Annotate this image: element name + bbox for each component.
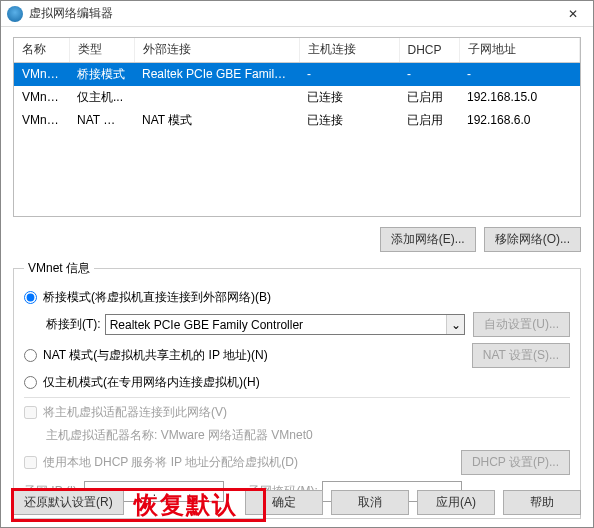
cell-dhcp: 已启用 — [399, 86, 459, 109]
remove-network-button[interactable]: 移除网络(O)... — [484, 227, 581, 252]
cell-host: 已连接 — [299, 86, 399, 109]
col-ext[interactable]: 外部连接 — [134, 38, 299, 62]
bridge-radio[interactable] — [24, 291, 37, 304]
cell-name: VMnet8 — [14, 109, 69, 132]
connect-host-checkbox — [24, 406, 37, 419]
nat-radio[interactable] — [24, 349, 37, 362]
dhcp-settings-button: DHCP 设置(P)... — [461, 450, 570, 475]
app-icon — [7, 6, 23, 22]
close-button[interactable]: ✕ — [553, 1, 593, 27]
table-header-row: 名称 类型 外部连接 主机连接 DHCP 子网地址 — [14, 38, 580, 62]
bridge-adapter-select[interactable]: Realtek PCIe GBE Family Controller ⌄ — [105, 314, 466, 335]
add-network-button[interactable]: 添加网络(E)... — [380, 227, 476, 252]
cell-subnet: 192.168.15.0 — [459, 86, 580, 109]
network-table[interactable]: 名称 类型 外部连接 主机连接 DHCP 子网地址 VMnet0桥接模式Real… — [13, 37, 581, 217]
col-host[interactable]: 主机连接 — [299, 38, 399, 62]
cell-ext — [134, 86, 299, 109]
cell-host: - — [299, 62, 399, 86]
table-row[interactable]: VMnet1仅主机...已连接已启用192.168.15.0 — [14, 86, 580, 109]
title-bar: 虚拟网络编辑器 ✕ — [1, 1, 593, 27]
vmnet-info-group: VMnet 信息 桥接模式(将虚拟机直接连接到外部网络)(B) 桥接到(T): … — [13, 260, 581, 519]
hostonly-radio[interactable] — [24, 376, 37, 389]
chevron-down-icon: ⌄ — [446, 315, 464, 334]
col-type[interactable]: 类型 — [69, 38, 134, 62]
cell-type: NAT 模式 — [69, 109, 134, 132]
ok-button[interactable]: 确定 — [245, 490, 323, 515]
nat-settings-button: NAT 设置(S)... — [472, 343, 570, 368]
cell-name: VMnet0 — [14, 62, 69, 86]
cell-dhcp: 已启用 — [399, 109, 459, 132]
restore-defaults-button[interactable]: 还原默认设置(R) — [13, 490, 124, 515]
hostonly-label: 仅主机模式(在专用网络内连接虚拟机)(H) — [43, 374, 260, 391]
connect-host-label: 将主机虚拟适配器连接到此网络(V) — [43, 404, 227, 421]
cell-dhcp: - — [399, 62, 459, 86]
dialog-footer: 还原默认设置(R) 确定 取消 应用(A) 帮助 — [13, 490, 581, 515]
auto-settings-button: 自动设置(U)... — [473, 312, 570, 337]
cell-host: 已连接 — [299, 109, 399, 132]
cell-subnet: 192.168.6.0 — [459, 109, 580, 132]
bridge-adapter-value: Realtek PCIe GBE Family Controller — [110, 318, 303, 332]
host-adapter-name: 主机虚拟适配器名称: VMware 网络适配器 VMnet0 — [46, 427, 313, 444]
cancel-button[interactable]: 取消 — [331, 490, 409, 515]
vmnet-info-legend: VMnet 信息 — [24, 260, 94, 277]
cell-subnet: - — [459, 62, 580, 86]
col-dhcp[interactable]: DHCP — [399, 38, 459, 62]
cell-ext: Realtek PCIe GBE Family Co... — [134, 62, 299, 86]
cell-type: 桥接模式 — [69, 62, 134, 86]
apply-button[interactable]: 应用(A) — [417, 490, 495, 515]
table-row[interactable]: VMnet0桥接模式Realtek PCIe GBE Family Co...-… — [14, 62, 580, 86]
help-button[interactable]: 帮助 — [503, 490, 581, 515]
bridge-label: 桥接模式(将虚拟机直接连接到外部网络)(B) — [43, 289, 271, 306]
nat-label: NAT 模式(与虚拟机共享主机的 IP 地址)(N) — [43, 347, 268, 364]
cell-type: 仅主机... — [69, 86, 134, 109]
bridge-to-label: 桥接到(T): — [46, 316, 101, 333]
table-row[interactable]: VMnet8NAT 模式NAT 模式已连接已启用192.168.6.0 — [14, 109, 580, 132]
use-dhcp-label: 使用本地 DHCP 服务将 IP 地址分配给虚拟机(D) — [43, 454, 298, 471]
col-subnet[interactable]: 子网地址 — [459, 38, 580, 62]
cell-ext: NAT 模式 — [134, 109, 299, 132]
col-name[interactable]: 名称 — [14, 38, 69, 62]
window-title: 虚拟网络编辑器 — [29, 5, 553, 22]
use-dhcp-checkbox — [24, 456, 37, 469]
cell-name: VMnet1 — [14, 86, 69, 109]
